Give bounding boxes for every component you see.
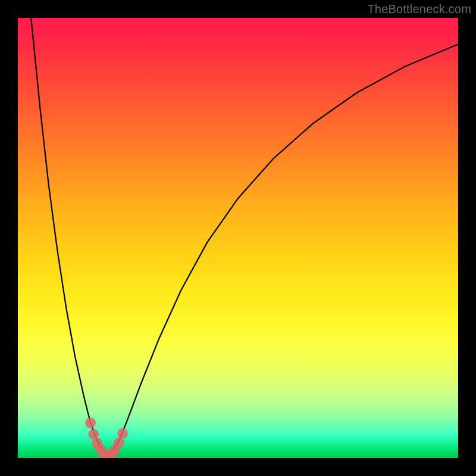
plot-area bbox=[18, 18, 458, 458]
bottleneck-curve bbox=[31, 18, 458, 456]
highlight-marker bbox=[114, 437, 124, 448]
highlight-marker bbox=[85, 418, 96, 428]
watermark-text: TheBottleneck.com bbox=[367, 2, 471, 16]
chart-canvas: TheBottleneck.com bbox=[0, 0, 476, 476]
highlight-marker bbox=[117, 428, 128, 439]
curve-svg bbox=[18, 18, 458, 458]
highlight-markers bbox=[85, 418, 128, 458]
